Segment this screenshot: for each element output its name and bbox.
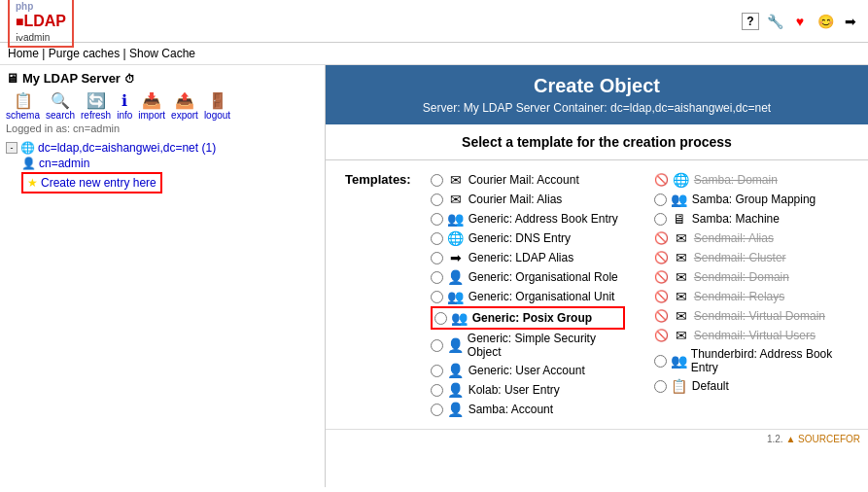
samba-group-name: Samba: Group Mapping [692, 193, 816, 206]
template-radio-samba-machine[interactable] [654, 213, 667, 226]
disabled-icon-6: 🚫 [654, 309, 669, 323]
template-radio-generic-user[interactable] [431, 365, 443, 377]
nav-purge-caches[interactable]: Purge caches [49, 47, 120, 60]
right-panel-header: Create Object Server: My LDAP Server Con… [326, 65, 868, 124]
toolbar-search[interactable]: 🔍 search [46, 91, 75, 121]
right-panel: Create Object Server: My LDAP Server Con… [326, 65, 868, 487]
courier-mail-account-name: Courier Mail: Account [469, 173, 579, 187]
tree-create-entry: ★ Create new entry here [6, 171, 319, 194]
heart-icon[interactable]: ♥ [790, 12, 810, 31]
sendmail-virtual-domain-name[interactable]: Sendmail: Virtual Domain [694, 309, 825, 323]
template-row-posix: 👥 Generic: Posix Group [431, 306, 625, 330]
generic-org-unit-icon: 👥 [447, 289, 465, 304]
smile-icon[interactable]: 😊 [816, 12, 835, 31]
kolab-user-name: Kolab: User Entry [469, 383, 560, 397]
toolbar-export[interactable]: 📤 export [171, 91, 198, 121]
template-radio-generic-org-unit[interactable] [431, 291, 443, 303]
template-radio-thunderbird[interactable] [654, 355, 667, 368]
sendmail-virtual-users-icon: ✉ [673, 328, 690, 343]
samba-domain-icon: 🌐 [673, 172, 690, 188]
expand-root[interactable]: - [6, 142, 17, 154]
template-radio-generic-posix[interactable] [434, 312, 447, 325]
clock-icon: ⏱ [124, 73, 135, 85]
cn-admin-label[interactable]: cn=admin [39, 157, 89, 170]
sendmail-cluster-name[interactable]: Sendmail: Cluster [694, 251, 786, 264]
courier-mail-alias-icon: ✉ [447, 192, 465, 207]
refresh-label: refresh [81, 110, 111, 121]
template-radio-default[interactable] [654, 380, 667, 393]
template-row-sendmail-domain: 🚫 ✉ Sendmail: Domain [654, 267, 849, 287]
samba-domain-name[interactable]: Samba: Domain [694, 173, 778, 187]
import-label: import [138, 110, 165, 121]
generic-dns-icon: 🌐 [447, 230, 465, 246]
template-col-2: 🚫 🌐 Samba: Domain 👥 Samba: Group Mapping… [654, 170, 849, 419]
samba-machine-name: Samba: Machine [692, 212, 780, 226]
create-icon: ★ [27, 176, 38, 190]
template-row-sendmail-alias: 🚫 ✉ Sendmail: Alias [654, 228, 849, 248]
template-row: 🌐 Generic: DNS Entry [431, 228, 625, 248]
sendmail-domain-icon: ✉ [673, 269, 690, 285]
create-entry-label[interactable]: Create new entry here [41, 176, 156, 190]
help-icon[interactable]: ? [742, 13, 759, 30]
info-icon: ℹ [122, 91, 127, 110]
generic-ldap-alias-icon: ➡ [447, 250, 465, 265]
sendmail-alias-name[interactable]: Sendmail: Alias [694, 231, 774, 245]
generic-ldap-alias-name: Generic: LDAP Alias [469, 251, 574, 264]
toolbar-logout[interactable]: 🚪 logout [204, 91, 230, 121]
template-row: 👤 Generic: User Account [431, 361, 625, 380]
toolbar-refresh[interactable]: 🔄 refresh [81, 91, 111, 121]
template-radio-samba-account[interactable] [431, 404, 443, 416]
template-radio-generic-ldap-alias[interactable] [431, 252, 443, 264]
template-radio-generic-org-role[interactable] [431, 271, 443, 284]
templates-label: Templates: [345, 170, 411, 419]
samba-group-icon: 👥 [671, 192, 688, 207]
logo: php ■LDAP ⅳadmin [8, 0, 74, 48]
template-radio-samba-group[interactable] [654, 193, 667, 206]
disabled-icon-4: 🚫 [654, 270, 669, 284]
template-row: 👤 Generic: Organisational Role [431, 267, 625, 287]
disabled-icon-2: 🚫 [654, 231, 669, 245]
template-col-1: ✉ Courier Mail: Account ✉ Courier Mail: … [431, 170, 625, 419]
template-row-thunderbird: 👥 Thunderbird: Address Book Entry [654, 345, 849, 376]
template-row: 👥 Generic: Organisational Unit [431, 287, 625, 306]
template-row: 👤 Kolab: User Entry [431, 380, 625, 400]
template-radio-courier-mail-alias[interactable] [431, 193, 443, 206]
template-radio-courier-mail-account[interactable] [431, 174, 443, 187]
arrow-icon[interactable]: ➡ [841, 12, 860, 31]
settings-icon[interactable]: 🔧 [765, 12, 784, 31]
template-radio-kolab-user[interactable] [431, 384, 443, 397]
template-row: ✉ Courier Mail: Account [431, 170, 625, 190]
disabled-icon: 🚫 [654, 173, 669, 187]
logo-ldap: ■LDAP [16, 13, 66, 30]
template-radio-generic-address[interactable] [431, 213, 443, 226]
sendmail-domain-name[interactable]: Sendmail: Domain [694, 270, 789, 284]
tree-root: - 🌐 dc=ldap,dc=aishangwei,dc=net (1) [6, 140, 319, 156]
refresh-icon: 🔄 [87, 91, 106, 110]
template-radio-generic-simple-security[interactable] [431, 339, 443, 352]
sendmail-relays-name[interactable]: Sendmail: Relays [694, 290, 784, 303]
template-row-sendmail-cluster: 🚫 ✉ Sendmail: Cluster [654, 248, 849, 267]
templates-columns: ✉ Courier Mail: Account ✉ Courier Mail: … [431, 170, 849, 419]
tree-cn-admin: 👤 cn=admin [6, 156, 319, 171]
generic-org-role-name: Generic: Organisational Role [469, 270, 618, 284]
thunderbird-name: Thunderbird: Address Book Entry [691, 347, 849, 374]
server-title: My LDAP Server [22, 71, 121, 86]
toolbar-import[interactable]: 📥 import [138, 91, 165, 121]
toolbar-info[interactable]: ℹ info [117, 91, 132, 121]
left-panel: 🖥 My LDAP Server ⏱ 📋 schema 🔍 search 🔄 r… [0, 65, 326, 487]
nav-show-cache[interactable]: Show Cache [129, 47, 195, 60]
source-for-text: ▲ SOURCEFOR [785, 434, 860, 444]
logo-admin-text: ⅳadmin [16, 30, 50, 44]
export-icon: 📤 [175, 91, 194, 110]
template-row: 👤 Generic: Simple Security Object [431, 330, 625, 361]
toolbar-schema[interactable]: 📋 schema [6, 91, 40, 121]
tree-root-label[interactable]: dc=ldap,dc=aishangwei,dc=net (1) [38, 141, 216, 155]
template-radio-generic-dns[interactable] [431, 232, 443, 245]
generic-user-icon: 👤 [447, 363, 465, 378]
default-icon: 📋 [671, 378, 688, 394]
sendmail-virtual-users-name[interactable]: Sendmail: Virtual Users [694, 329, 816, 342]
template-row-sendmail-virtual-domain: 🚫 ✉ Sendmail: Virtual Domain [654, 306, 849, 326]
import-icon: 📥 [142, 91, 161, 110]
nav-home[interactable]: Home [8, 47, 39, 60]
tree: - 🌐 dc=ldap,dc=aishangwei,dc=net (1) 👤 c… [6, 140, 319, 194]
